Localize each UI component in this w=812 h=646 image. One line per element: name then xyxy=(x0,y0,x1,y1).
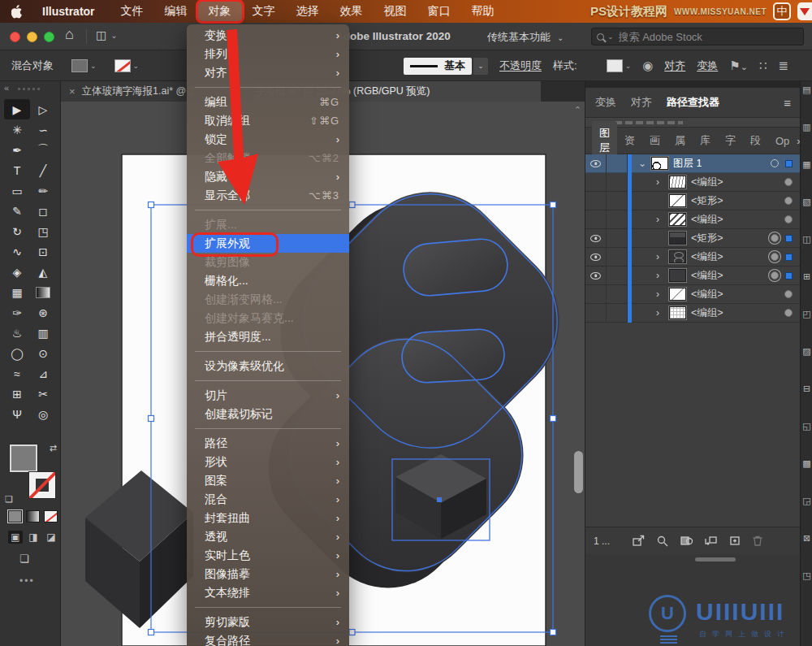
rotate-tool[interactable]: ↻ xyxy=(4,221,30,241)
menu-item-21[interactable]: 切片› xyxy=(187,386,349,405)
target-icon[interactable] xyxy=(771,253,779,261)
chevron-down-icon[interactable]: ⌄ xyxy=(638,158,646,169)
visibility-toggle[interactable] xyxy=(585,248,607,267)
visibility-toggle[interactable] xyxy=(585,192,607,210)
lasso-tool[interactable]: ∽ xyxy=(30,119,56,140)
collapsed-panel-icon-2[interactable]: ▦ xyxy=(801,156,812,193)
menu-item-31[interactable]: 图像描摹› xyxy=(187,565,349,583)
menu-item-6[interactable]: 锁定› xyxy=(187,130,349,149)
paintbrush-tool[interactable]: ✏ xyxy=(30,180,56,201)
menu-item-22[interactable]: 创建裁切标记 xyxy=(187,405,349,423)
stock-search-box[interactable]: ⌄ xyxy=(591,28,804,46)
layer-row-4[interactable]: <矩形> xyxy=(585,229,801,248)
perspective-grid-tool[interactable]: ◭ xyxy=(30,262,56,282)
chevron-right-icon[interactable]: › xyxy=(656,270,664,281)
none-mode-button[interactable] xyxy=(44,510,58,522)
menu-item-9[interactable]: 显示全部⌥⌘3 xyxy=(187,186,349,205)
layer-row-1[interactable]: ›<编组> xyxy=(585,173,801,192)
lock-cell[interactable] xyxy=(607,173,628,192)
layer-row-3[interactable]: ›<编组> xyxy=(585,210,801,229)
menu-item-2[interactable]: 对齐› xyxy=(187,63,349,82)
new-sublayer-icon[interactable] xyxy=(704,535,718,547)
visibility-toggle[interactable] xyxy=(585,285,607,304)
visibility-toggle[interactable] xyxy=(585,210,607,229)
panel-tab-0[interactable]: 变换 xyxy=(595,95,616,110)
slice-tool[interactable]: ✂ xyxy=(30,384,56,404)
target-icon[interactable] xyxy=(784,197,793,205)
collapsed-panel-icon-3[interactable]: ▧ xyxy=(801,193,812,231)
menubar-item-0[interactable]: Illustrator xyxy=(32,2,106,20)
align-link[interactable]: 对齐 xyxy=(664,59,685,73)
collapsed-panel-icon-4[interactable]: ◫ xyxy=(801,231,812,268)
dots-grid-icon[interactable]: ∷ xyxy=(759,59,767,73)
menu-item-14[interactable]: 栅格化... xyxy=(187,271,349,290)
target-icon[interactable] xyxy=(784,215,793,223)
draw-behind-button[interactable]: ◨ xyxy=(26,531,41,544)
menubar-item-1[interactable]: 文件 xyxy=(110,2,154,21)
lock-cell[interactable] xyxy=(607,210,628,229)
new-layer-icon[interactable] xyxy=(728,535,741,547)
menu-item-12[interactable]: 扩展外观 xyxy=(187,234,349,253)
free-transform-tool[interactable]: ⊡ xyxy=(30,241,56,262)
pen-tool[interactable]: ✒ xyxy=(4,140,30,160)
shaper-tool[interactable]: ✎ xyxy=(4,201,30,221)
collapsed-panel-icon-9[interactable]: ◱ xyxy=(801,418,812,455)
menu-item-24[interactable]: 路径› xyxy=(187,434,349,453)
artboard-tool[interactable]: ⊞ xyxy=(4,384,30,404)
make-mask-icon[interactable] xyxy=(680,535,693,547)
collapsed-panel-icon-1[interactable]: ▥ xyxy=(801,119,812,156)
align-to-selection-icon[interactable]: ⚑⌄ xyxy=(729,59,748,73)
fill-proxy[interactable] xyxy=(10,444,37,472)
layers-tab-7[interactable]: Op xyxy=(768,130,797,152)
search-input[interactable] xyxy=(617,30,798,44)
menu-item-32[interactable]: 文本绕排› xyxy=(187,583,349,602)
target-icon[interactable] xyxy=(784,178,793,186)
scrollbar-up-icon[interactable]: ⌃ xyxy=(574,105,581,115)
layers-tab-2[interactable]: 画 xyxy=(642,128,667,153)
recolor-artwork-icon[interactable]: ◉ xyxy=(642,59,653,73)
eraser-tool[interactable]: ◻ xyxy=(30,201,56,221)
target-icon[interactable] xyxy=(771,234,779,242)
collapsed-panel-icon-6[interactable]: ◰ xyxy=(801,306,812,343)
layer-row-2[interactable]: <矩形> xyxy=(585,192,801,210)
fill-swatch[interactable] xyxy=(71,59,88,72)
symbol-sprayer-tool[interactable]: ♨ xyxy=(4,323,30,343)
curvature-tool[interactable]: ⌒ xyxy=(30,140,56,160)
menu-item-8[interactable]: 隐藏› xyxy=(187,167,349,186)
menubar-item-8[interactable]: 窗口 xyxy=(417,2,461,21)
panel-tab-1[interactable]: 对齐 xyxy=(631,95,652,110)
menu-item-26[interactable]: 图案› xyxy=(187,471,349,490)
layer-row-7[interactable]: ›<编组> xyxy=(585,285,801,304)
color-mode-button[interactable] xyxy=(8,510,22,522)
menubar-item-2[interactable]: 编辑 xyxy=(154,2,198,21)
stroke-color-control[interactable]: ⌄ xyxy=(114,59,140,72)
zoom-window-button[interactable] xyxy=(44,32,54,42)
home-icon[interactable]: ⌂ xyxy=(65,26,74,43)
gradient-tool[interactable] xyxy=(30,282,56,302)
menu-item-17[interactable]: 拼合透明度... xyxy=(187,327,349,346)
menu-item-35[interactable]: 复合路径› xyxy=(187,631,349,646)
collapse-panel-icon[interactable]: « xyxy=(4,83,9,93)
menu-item-28[interactable]: 封套扭曲› xyxy=(187,509,349,527)
blend-tool[interactable]: ⊛ xyxy=(30,302,56,323)
horizontal-scrollbar-thumb[interactable] xyxy=(695,557,736,561)
vertical-scrollbar-thumb[interactable] xyxy=(574,451,583,493)
lock-cell[interactable] xyxy=(607,229,628,248)
lock-cell[interactable] xyxy=(607,304,628,323)
chevron-right-icon[interactable]: › xyxy=(656,176,664,188)
chevron-right-icon[interactable]: › xyxy=(656,307,664,319)
layers-tab-1[interactable]: 资 xyxy=(617,128,642,153)
collapsed-panel-icon-10[interactable]: ▩ xyxy=(801,455,812,492)
gradient-mode-button[interactable] xyxy=(26,510,40,522)
measure-tool[interactable]: ⊿ xyxy=(30,363,56,384)
screen-mode-button[interactable]: ❏ xyxy=(19,553,29,565)
stroke-proxy[interactable] xyxy=(29,472,55,498)
collapsed-panel-icon-7[interactable]: ▨ xyxy=(801,343,812,380)
swap-fill-stroke-icon[interactable]: ⇄ xyxy=(50,443,57,453)
close-window-button[interactable] xyxy=(10,32,20,42)
layers-tab-4[interactable]: 库 xyxy=(693,128,718,153)
magic-wand-tool[interactable]: ✳ xyxy=(4,119,30,140)
document-layout-icon[interactable]: ◫ ⌄ xyxy=(96,28,118,41)
menubar-item-6[interactable]: 效果 xyxy=(330,2,374,21)
transform-link[interactable]: 变换 xyxy=(697,59,718,73)
